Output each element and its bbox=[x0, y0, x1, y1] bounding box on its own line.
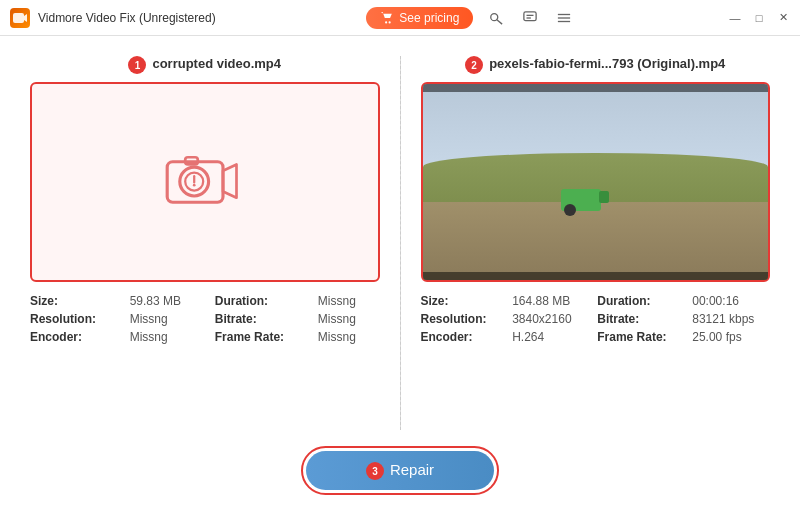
framerate-label-2: Frame Rate: bbox=[597, 330, 682, 344]
camera-error-icon bbox=[160, 147, 250, 217]
vertical-divider bbox=[400, 56, 401, 430]
video-overlay-bottom bbox=[423, 272, 769, 280]
window-controls: — □ ✕ bbox=[726, 9, 792, 27]
main-content: 1corrupted video.mp4 bbox=[0, 36, 800, 519]
framerate-label-1: Frame Rate: bbox=[215, 330, 308, 344]
pricing-button[interactable]: See pricing bbox=[366, 7, 473, 29]
size-label-2: Size: bbox=[421, 294, 503, 308]
corrupted-panel-title: 1corrupted video.mp4 bbox=[30, 56, 380, 74]
bitrate-label-1: Bitrate: bbox=[215, 312, 308, 326]
svg-marker-1 bbox=[24, 14, 27, 22]
bottom-area: 3Repair bbox=[30, 430, 770, 499]
svg-point-4 bbox=[491, 13, 498, 20]
duration-label-2: Duration: bbox=[597, 294, 682, 308]
pricing-label: See pricing bbox=[399, 11, 459, 25]
corrupted-metadata: Size: 59.83 MB Duration: Missng Resoluti… bbox=[30, 294, 380, 344]
bitrate-value-1: Missng bbox=[318, 312, 380, 326]
panels-row: 1corrupted video.mp4 bbox=[30, 56, 770, 430]
resolution-label-2: Resolution: bbox=[421, 312, 503, 326]
encoder-label-1: Encoder: bbox=[30, 330, 120, 344]
corrupted-filename: corrupted video.mp4 bbox=[152, 56, 281, 71]
ground-area bbox=[423, 202, 769, 280]
cart-icon bbox=[380, 11, 394, 25]
corrupted-video-area[interactable] bbox=[30, 82, 380, 282]
duration-label-1: Duration: bbox=[215, 294, 308, 308]
original-metadata: Size: 164.88 MB Duration: 00:00:16 Resol… bbox=[421, 294, 771, 344]
original-video-area[interactable] bbox=[421, 82, 771, 282]
video-thumbnail bbox=[423, 84, 769, 280]
chat-icon-btn[interactable] bbox=[519, 9, 541, 27]
original-panel-title: 2pexels-fabio-fermi...793 (Original).mp4 bbox=[421, 56, 771, 74]
bitrate-value-2: 83121 kbps bbox=[692, 312, 770, 326]
video-overlay-top bbox=[423, 84, 769, 92]
close-button[interactable]: ✕ bbox=[774, 9, 792, 27]
framerate-value-2: 25.00 fps bbox=[692, 330, 770, 344]
key-icon-btn[interactable] bbox=[485, 9, 507, 27]
duration-value-2: 00:00:16 bbox=[692, 294, 770, 308]
svg-rect-6 bbox=[524, 11, 536, 20]
titlebar-left: Vidmore Video Fix (Unregistered) bbox=[10, 8, 216, 28]
corrupted-icon bbox=[160, 147, 250, 217]
app-icon bbox=[10, 8, 30, 28]
size-label-1: Size: bbox=[30, 294, 120, 308]
original-filename: pexels-fabio-fermi...793 (Original).mp4 bbox=[489, 56, 725, 71]
bitrate-label-2: Bitrate: bbox=[597, 312, 682, 326]
duration-value-1: Missng bbox=[318, 294, 380, 308]
svg-line-5 bbox=[497, 19, 502, 23]
titlebar-center: See pricing bbox=[366, 7, 575, 29]
svg-point-16 bbox=[193, 184, 196, 187]
badge-2: 2 bbox=[465, 56, 483, 74]
size-value-1: 59.83 MB bbox=[130, 294, 205, 308]
corrupted-panel: 1corrupted video.mp4 bbox=[30, 56, 380, 344]
repair-btn-wrapper: 3Repair bbox=[301, 446, 499, 495]
badge-1: 1 bbox=[128, 56, 146, 74]
svg-point-2 bbox=[385, 21, 387, 23]
menu-icon-btn[interactable] bbox=[553, 9, 575, 27]
encoder-value-2: H.264 bbox=[512, 330, 587, 344]
maximize-button[interactable]: □ bbox=[750, 9, 768, 27]
svg-point-3 bbox=[389, 21, 391, 23]
tractor-element bbox=[561, 189, 601, 211]
minimize-button[interactable]: — bbox=[726, 9, 744, 27]
svg-marker-18 bbox=[223, 164, 237, 197]
framerate-value-1: Missng bbox=[318, 330, 380, 344]
repair-label: Repair bbox=[390, 461, 434, 478]
app-title: Vidmore Video Fix (Unregistered) bbox=[38, 11, 216, 25]
resolution-value-1: Missng bbox=[130, 312, 205, 326]
encoder-label-2: Encoder: bbox=[421, 330, 503, 344]
repair-button[interactable]: 3Repair bbox=[306, 451, 494, 490]
resolution-label-1: Resolution: bbox=[30, 312, 120, 326]
original-panel: 2pexels-fabio-fermi...793 (Original).mp4… bbox=[421, 56, 771, 344]
badge-3: 3 bbox=[366, 462, 384, 480]
titlebar: Vidmore Video Fix (Unregistered) See pri… bbox=[0, 0, 800, 36]
resolution-value-2: 3840x2160 bbox=[512, 312, 587, 326]
encoder-value-1: Missng bbox=[130, 330, 205, 344]
size-value-2: 164.88 MB bbox=[512, 294, 587, 308]
svg-rect-0 bbox=[13, 13, 24, 23]
